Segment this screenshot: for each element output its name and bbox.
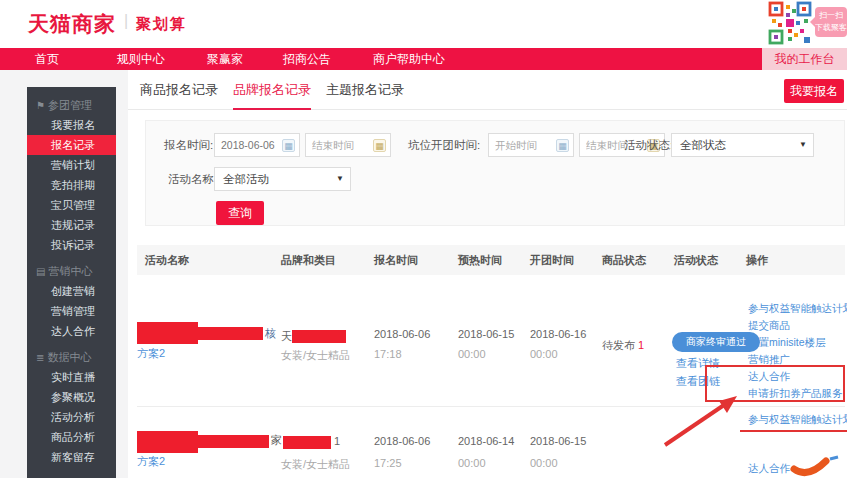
annotation-arrow [655,385,747,451]
swoosh-logo-icon [788,453,840,478]
redacted-brand-name [292,330,346,343]
nav-item-juyingjia[interactable]: 聚赢家 [207,48,243,70]
query-button[interactable]: 查询 [216,201,264,225]
signup-button[interactable]: 我要报名 [784,79,844,103]
sidebar-section-marketing-center: ▤营销中心 [27,261,116,281]
activity-name-select[interactable]: 全部活动 ▼ [214,167,351,191]
sidebar-item-signup[interactable]: 我要报名 [27,115,116,135]
col-signup-time: 报名时间 [374,253,418,268]
op-submit-items-link[interactable]: 提交商品 [748,319,790,333]
signup-end-date-field[interactable]: ▦ [305,133,391,157]
sidebar-section-data-center: ≣数据中心 [27,347,116,367]
signup-end-date-input[interactable] [306,139,373,151]
slot-open-time-label: 坑位开团时间: [408,133,480,157]
activity-name-suffix: 家 [271,433,282,448]
op-smart-reach-plan-link[interactable]: 参与权益智能触达计划 [748,302,847,316]
tab-brand-signup-records[interactable]: 品牌报名记录 [233,70,311,110]
download-app-tag[interactable]: 扫一扫 下载聚客 [815,7,847,37]
open-date: 2018-06-15 [530,435,586,447]
redacted-brand-name [283,436,331,449]
table-header: 活动名称 品牌和类目 报名时间 预热时间 开团时间 商品状态 活动状态 操作 [137,245,845,275]
activity-name-suffix: 核 [265,326,276,341]
sidebar-item-auction-schedule[interactable]: 竞拍排期 [27,175,116,195]
annotation-underline [740,430,847,432]
item-status-count: 1 [638,339,644,351]
logo-divider: | [124,12,128,30]
data-icon: ≣ [36,352,44,363]
tab-theme-signup-records[interactable]: 主题报名记录 [326,70,404,110]
nav-item-home[interactable]: 首页 [35,48,59,70]
sidebar-item-violation-records[interactable]: 违规记录 [27,215,116,235]
juhuasuan-logo: 聚划算 [136,15,187,34]
nav-item-merchant-help[interactable]: 商户帮助中心 [373,48,445,70]
sidebar-item-marketing-plan[interactable]: 营销计划 [27,155,116,175]
sidebar: ⚑参团管理 我要报名 报名记录 营销计划 竞拍排期 宝贝管理 违规记录 投诉记录… [27,87,116,478]
redacted-activity-name [137,322,198,344]
calendar-icon[interactable]: ▦ [556,139,569,152]
col-activity-status: 活动状态 [674,253,718,268]
op-smart-reach-plan-link[interactable]: 参与权益智能触达计划 [748,413,847,427]
nav-item-rules[interactable]: 规则中心 [117,48,165,70]
sidebar-item-product-analysis[interactable]: 商品分析 [27,427,116,447]
redacted-activity-name [197,435,269,448]
sidebar-section-group-management: ⚑参团管理 [27,95,116,115]
activity-status-label: 活动状态: [624,133,673,157]
signup-time: 17:18 [374,348,402,360]
sidebar-item-complaint-records[interactable]: 投诉记录 [27,235,116,255]
plan-link[interactable]: 方案2 [137,346,165,361]
nav-item-workbench[interactable]: 我的工作台 [762,48,847,70]
open-time: 00:00 [530,348,558,360]
op-minisite-link[interactable]: 设置minisite楼层 [748,336,826,350]
qr-tag-line2: 下载聚客 [815,22,847,34]
category-text: 女装/女士精品 [281,457,350,472]
signup-time: 17:25 [374,457,402,469]
col-brand-category: 品牌和类目 [281,253,336,268]
signup-date: 2018-06-06 [374,328,430,340]
item-status: 待发布 1 [602,338,644,353]
col-open-time: 开团时间 [530,253,574,268]
signup-start-date-field[interactable]: ▦ [214,133,300,157]
gift-icon: ▤ [36,266,45,277]
sidebar-item-live-data[interactable]: 实时直播 [27,367,116,387]
sidebar-item-marketing-management[interactable]: 营销管理 [27,301,116,321]
slot-start-date-input[interactable] [489,139,556,151]
col-operations: 操作 [746,253,768,268]
brand-prefix: 天 [281,329,292,344]
tab-product-signup-records[interactable]: 商品报名记录 [140,70,218,110]
main-panel: 商品报名记录 品牌报名记录 主题报名记录 我要报名 报名时间: ▦ ▦ 坑位开团… [128,70,847,478]
filter-panel: 报名时间: ▦ ▦ 坑位开团时间: ▦ ▦ 活动状态: 全部状态 ▼ 活动名称:… [145,120,845,226]
sidebar-item-influencer-cooperation[interactable]: 达人合作 [27,321,116,341]
qr-tag-line1: 扫一扫 [815,10,847,22]
sidebar-item-activity-analysis[interactable]: 活动分析 [27,407,116,427]
col-preheat-time: 预热时间 [458,253,502,268]
preheat-time: 00:00 [458,348,486,360]
brand-suffix: 1 [334,435,340,447]
preheat-date: 2018-06-14 [458,435,514,447]
chevron-down-icon: ▼ [336,168,344,190]
sidebar-item-item-management[interactable]: 宝贝管理 [27,195,116,215]
op-influencer-link[interactable]: 达人合作 [748,462,790,476]
record-tabs: 商品报名记录 品牌报名记录 主题报名记录 [128,70,847,110]
nav-item-announcements[interactable]: 招商公告 [283,48,331,70]
signup-start-date-input[interactable] [215,139,282,151]
main-nav: 首页 规则中心 聚赢家 招商公告 商户帮助中心 我的工作台 [0,48,847,70]
activity-name-label: 活动名称: [168,167,217,191]
sidebar-item-participation-overview[interactable]: 参聚概况 [27,387,116,407]
plan-link[interactable]: 方案2 [137,454,165,469]
chevron-down-icon: ▼ [799,134,807,156]
qr-code-icon [768,1,812,45]
activity-status-select[interactable]: 全部状态 ▼ [671,133,814,157]
sidebar-item-create-marketing[interactable]: 创建营销 [27,281,116,301]
category-text: 女装/女士精品 [281,348,350,363]
signup-date: 2018-06-06 [374,435,430,447]
open-date: 2018-06-16 [530,328,586,340]
slot-start-date-field[interactable]: ▦ [488,133,574,157]
preheat-date: 2018-06-15 [458,328,514,340]
sidebar-item-signup-records[interactable]: 报名记录 [27,135,116,155]
calendar-icon[interactable]: ▦ [282,139,295,152]
sidebar-item-new-customer-retention[interactable]: 新客留存 [27,447,116,467]
status-badge: 商家终审通过 [672,332,760,352]
top-header: 天猫商家 | 聚划算 扫一扫 下载聚客 [0,0,847,48]
calendar-icon[interactable]: ▦ [373,139,386,152]
open-time: 00:00 [530,457,558,469]
